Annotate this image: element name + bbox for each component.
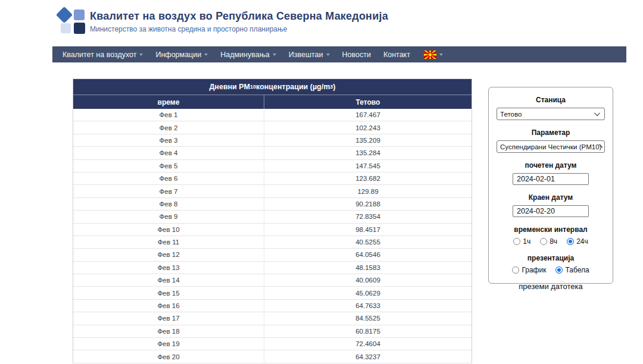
cell-value: 72.8354 [264,211,472,222]
table-row: Фев 4135.284 [73,147,472,159]
table-row: Фев 1140.5255 [73,236,472,249]
presentation-option-График[interactable]: График [512,266,546,274]
logo-square-bottom-right [74,23,85,34]
interval-label: временски интервал [489,225,613,234]
cell-time: Фев 3 [73,134,264,146]
cell-time: Фев 18 [73,325,264,337]
column-header-time: време [73,95,264,109]
table-title-subscript: 10 [250,84,256,90]
logo-square-top-right [74,10,85,20]
cell-value: 167.467 [264,109,472,121]
cell-value: 135.284 [264,147,472,159]
table-title-mid: концентрации (µg/m [256,83,330,91]
table-row: Фев 890.2188 [73,198,472,211]
radio-unchecked-icon[interactable] [540,238,547,245]
cell-value: 84.5525 [264,312,472,324]
table-row: Фев 1264.0546 [73,249,472,261]
pm10-data-table: Дневни PM10 концентрации (µg/m3) време Т… [73,79,472,363]
station-label: Станица [489,96,613,104]
table-row: Фев 1545.0629 [73,287,472,299]
nav-item-4[interactable]: Извештаи [289,51,330,59]
cell-time: Фев 5 [73,160,264,172]
logo-diamond-shape [56,7,73,23]
cell-time: Фев 11 [73,236,264,248]
table-row: Фев 1972.4604 [73,338,472,350]
cell-time: Фев 20 [73,350,264,362]
nav-item-1[interactable]: Квалитет на воздухот [63,51,143,59]
main-navigation: Квалитет на воздухотИнформацииНадминувањ… [52,46,626,62]
table-title-text: Дневни PM [209,83,250,91]
table-row: Фев 2064.3237 [73,350,472,363]
radio-label: 24ч [576,237,588,246]
radio-unchecked-icon[interactable] [513,238,520,245]
radio-label: 8ч [550,237,557,246]
cell-time: Фев 6 [73,172,264,184]
language-switcher[interactable] [423,51,443,59]
presentation-option-Табела[interactable]: Табела [555,266,589,274]
interval-option-1ч[interactable]: 1ч [513,237,530,246]
cell-value: 147.545 [264,160,472,172]
cell-time: Фев 17 [73,312,264,324]
radio-label: Табела [565,266,589,274]
cell-value: 135.209 [264,134,472,146]
site-title: Квалитет на воздух во Република Северна … [90,10,388,23]
nav-item-label: Информации [155,51,201,59]
table-title: Дневни PM10 концентрации (µg/m3) [73,79,472,95]
cell-time: Фев 9 [73,211,264,222]
site-subtitle: Министерство за животна средина и просто… [90,25,287,33]
table-row: Фев 7129.89 [73,185,472,197]
station-select[interactable]: Тетово [497,108,605,120]
cell-value: 98.4517 [264,224,472,236]
presentation-radio-group: ГрафикТабела [489,266,613,274]
cell-time: Фев 10 [73,224,264,236]
end-date-input[interactable]: 2024-02-20 [513,205,589,217]
cell-value: 64.7633 [264,300,472,312]
radio-unchecked-icon[interactable] [512,266,519,274]
table-row: Фев 1860.8175 [73,325,472,338]
nav-item-5[interactable]: Новости [342,51,371,59]
cell-time: Фев 4 [73,147,264,159]
cell-value: 90.2188 [264,198,472,210]
nav-item-3[interactable]: Надминувања [220,51,276,59]
table-title-post: ) [333,83,335,91]
column-header-station: Тетово [264,95,472,109]
cell-value: 40.5255 [264,236,472,248]
start-date-input[interactable]: 2024-02-01 [513,173,589,185]
cell-time: Фев 8 [73,198,264,210]
interval-option-8ч[interactable]: 8ч [540,237,557,246]
interval-option-24ч[interactable]: 24ч [567,237,588,246]
cell-value: 45.0629 [264,287,472,299]
cell-value: 60.8175 [264,325,472,337]
parameter-select[interactable]: Суспендирани Честички (PM10) [497,140,605,153]
table-row: Фев 6123.682 [73,172,472,185]
cell-value: 40.0609 [264,274,472,286]
table-row: Фев 1784.5525 [73,312,472,325]
caret-down-icon [204,54,208,56]
nav-item-label: Надминувања [220,51,270,59]
cell-time: Фев 15 [73,287,264,299]
parameter-label: Параметар [489,128,613,137]
radio-checked-icon[interactable] [567,238,574,245]
nav-item-label: Квалитет на воздухот [63,51,136,59]
table-body: Фев 1167.467Фев 2102.243Фев 3135.209Фев … [73,109,472,363]
cell-time: Фев 16 [73,300,264,312]
radio-checked-icon[interactable] [555,266,563,274]
table-row: Фев 972.8354 [73,211,472,223]
table-row: Фев 1348.1583 [73,262,472,274]
parameter-select-value: Суспендирани Честички (PM10) [500,143,601,150]
table-row: Фев 1664.7633 [73,300,472,312]
cell-time: Фев 7 [73,185,264,197]
cell-value: 64.0546 [264,249,472,261]
page: Квалитет на воздух во Република Северна … [0,0,643,364]
interval-radio-group: 1ч8ч24ч [489,237,613,246]
table-row: Фев 3135.209 [73,134,472,147]
download-file-link[interactable]: преземи датотека [489,282,613,291]
nav-item-6[interactable]: Контакт [383,51,410,59]
logo-square-bottom-left [61,23,71,33]
nav-item-label: Контакт [383,51,410,59]
table-row: Фев 5147.545 [73,160,472,172]
cell-time: Фев 14 [73,274,264,286]
cell-value: 64.3237 [264,350,472,362]
start-date-label: почетен датум [489,161,613,170]
nav-item-2[interactable]: Информации [155,51,208,59]
